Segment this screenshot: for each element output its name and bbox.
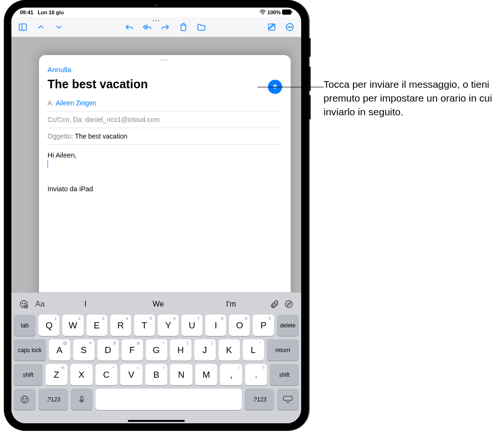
key-z[interactable]: %Z <box>46 364 68 385</box>
screen: 09:41 Lun 10 giu 100% ••• <box>11 8 301 423</box>
folder-icon[interactable] <box>197 22 206 32</box>
status-bar: 09:41 Lun 10 giu 100% <box>11 8 301 17</box>
key-w[interactable]: 2W <box>62 315 83 336</box>
key-mic[interactable] <box>71 389 93 410</box>
subject-field[interactable]: Oggetto: The best vacation <box>48 128 282 145</box>
markup-icon[interactable] <box>282 299 296 309</box>
key-period[interactable]: ?. <box>245 364 267 385</box>
attachment-icon[interactable] <box>267 299 282 309</box>
callout-line <box>257 87 324 87</box>
key-x[interactable]: -X <box>70 364 93 385</box>
key-m[interactable]: :M <box>195 364 218 385</box>
status-date: Lun 10 giu <box>38 9 64 15</box>
body-line-1: Hi Aileen, <box>48 150 282 160</box>
home-indicator[interactable] <box>128 420 185 422</box>
subject-value: The best vacation <box>75 132 128 140</box>
key-comma[interactable]: !, <box>220 364 242 385</box>
reply-all-icon[interactable] <box>143 22 152 32</box>
key-b[interactable]: /B <box>145 364 168 385</box>
key-h[interactable]: (H <box>170 339 191 361</box>
key-emoji[interactable] <box>14 389 36 410</box>
ipad-frame: 09:41 Lun 10 giu 100% ••• <box>4 0 309 431</box>
compose-icon[interactable] <box>267 22 276 32</box>
key-e[interactable]: 3E <box>86 315 107 336</box>
key-a[interactable]: @A <box>49 339 70 361</box>
key-numsym-right[interactable]: .?123 <box>245 389 274 410</box>
key-f[interactable]: &F <box>122 339 143 361</box>
battery-icon <box>282 9 293 16</box>
key-space[interactable] <box>95 389 242 410</box>
message-body[interactable]: Hi Aileen, Inviato da iPad <box>48 145 282 194</box>
kb-row-3: shift %Z -X +C =V /B ;N :M !, ?. shift <box>14 364 299 385</box>
key-return[interactable]: return <box>267 339 299 361</box>
svg-point-18 <box>26 398 27 399</box>
key-hide-keyboard[interactable] <box>277 389 299 410</box>
key-shift-left[interactable]: shift <box>14 364 43 385</box>
key-d[interactable]: $D <box>97 339 119 361</box>
prediction-1[interactable]: I <box>49 300 122 308</box>
prediction-2[interactable]: We <box>122 300 194 308</box>
key-u[interactable]: 7U <box>181 315 202 336</box>
chevron-down-icon[interactable] <box>54 22 64 32</box>
key-q[interactable]: 1Q <box>38 315 59 336</box>
key-delete[interactable]: delete <box>277 315 299 336</box>
signature: Inviato da iPad <box>48 184 282 194</box>
key-numsym-left[interactable]: .?123 <box>38 389 68 410</box>
volume-down-button <box>309 95 311 120</box>
prediction-3[interactable]: I'm <box>195 300 267 308</box>
keyboard: Aa I We I'm tab 1Q 2W 3E 4R 5T <box>11 292 301 423</box>
key-t[interactable]: 5T <box>134 315 155 336</box>
kb-row-4: .?123 .?123 <box>14 389 299 410</box>
key-k[interactable]: 'K <box>219 339 240 361</box>
svg-point-7 <box>288 27 289 28</box>
key-r[interactable]: 4R <box>110 315 131 336</box>
svg-point-9 <box>291 27 292 28</box>
wifi-icon <box>259 9 266 16</box>
key-shift-right[interactable]: shift <box>270 364 299 385</box>
svg-point-8 <box>289 27 290 28</box>
svg-rect-3 <box>19 24 27 30</box>
cancel-button[interactable]: Annulla <box>48 65 148 74</box>
compose-title: The best vacation <box>48 77 148 91</box>
svg-rect-2 <box>291 11 292 13</box>
svg-rect-20 <box>284 396 293 400</box>
sheet-dots[interactable]: ••• <box>48 55 282 65</box>
key-capslock[interactable]: caps lock <box>14 339 46 361</box>
key-c[interactable]: +C <box>95 364 118 385</box>
volume-up-button <box>309 66 311 91</box>
to-field[interactable]: A: Aileen Zeigen <box>48 95 282 112</box>
svg-point-17 <box>23 398 24 399</box>
svg-point-16 <box>21 396 29 403</box>
text-cursor <box>48 160 48 168</box>
svg-point-12 <box>22 303 23 304</box>
trash-icon[interactable] <box>179 22 188 32</box>
key-i[interactable]: 8I <box>205 315 226 336</box>
svg-rect-19 <box>81 396 83 401</box>
key-j[interactable]: )J <box>194 339 216 361</box>
subject-label: Oggetto: <box>48 132 73 140</box>
key-l[interactable]: "L <box>243 339 264 361</box>
svg-point-15 <box>285 301 292 308</box>
kb-row-1: tab 1Q 2W 3E 4R 5T 6Y 7U 8I 9O 0P delete <box>14 315 299 336</box>
key-v[interactable]: =V <box>120 364 143 385</box>
key-tab[interactable]: tab <box>14 315 36 336</box>
reply-icon[interactable] <box>124 22 134 32</box>
key-n[interactable]: ;N <box>170 364 192 385</box>
key-o[interactable]: 9O <box>229 315 250 336</box>
format-button[interactable]: Aa <box>31 300 49 308</box>
svg-point-13 <box>25 303 26 304</box>
multitask-dots[interactable]: ••• <box>11 18 301 23</box>
key-g[interactable]: *G <box>146 339 167 361</box>
callout-text: Tocca per inviare il messaggio, o tieni … <box>323 78 502 119</box>
status-time: 09:41 <box>20 9 33 15</box>
cc-field[interactable]: Cc/Ccn, Da: daniel_rico1@icloud.com <box>48 112 282 128</box>
key-p[interactable]: 0P <box>253 315 274 336</box>
forward-icon[interactable] <box>161 22 170 32</box>
more-icon[interactable] <box>285 22 295 32</box>
to-label: A: <box>48 99 54 107</box>
sidebar-icon[interactable] <box>18 22 28 32</box>
key-s[interactable]: #S <box>73 339 95 361</box>
key-y[interactable]: 6Y <box>158 315 179 336</box>
stickers-icon[interactable] <box>17 299 31 309</box>
chevron-up-icon[interactable] <box>36 22 46 32</box>
